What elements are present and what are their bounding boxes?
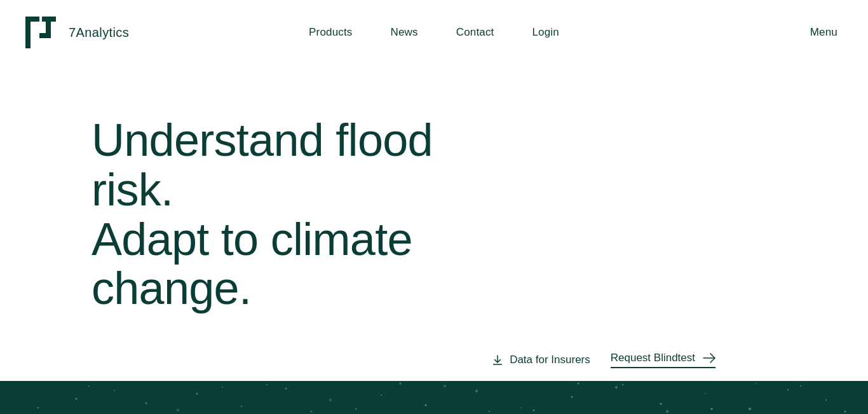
svg-point-41: [844, 411, 846, 413]
brand-name: 7Analytics: [69, 25, 129, 40]
svg-point-12: [329, 399, 332, 401]
svg-point-31: [622, 384, 623, 385]
bottom-bar: [0, 381, 868, 414]
hero-headline: Understand flood risk. Adapt to climate …: [92, 116, 485, 314]
arrow-right-icon: [703, 353, 715, 363]
svg-point-32: [710, 408, 713, 410]
data-for-insurers-link[interactable]: Data for Insurers: [492, 354, 590, 366]
svg-point-14: [425, 404, 427, 406]
svg-point-9: [196, 393, 198, 395]
svg-point-11: [285, 388, 287, 390]
svg-point-24: [37, 407, 39, 409]
svg-point-18: [615, 386, 618, 389]
svg-point-20: [705, 393, 706, 394]
svg-point-10: [241, 406, 242, 407]
svg-point-7: [114, 390, 115, 391]
svg-point-34: [222, 387, 223, 388]
svg-rect-0: [42, 17, 56, 22]
svg-point-8: [145, 402, 147, 404]
svg-point-13: [381, 394, 382, 396]
svg-point-39: [666, 410, 668, 413]
svg-rect-2: [25, 17, 31, 48]
svg-point-29: [444, 385, 446, 387]
svg-point-28: [355, 408, 357, 410]
svg-point-35: [311, 411, 313, 413]
svg-point-33: [800, 385, 802, 387]
svg-point-19: [660, 403, 662, 405]
svg-point-23: [825, 399, 827, 401]
svg-point-30: [533, 410, 535, 411]
svg-point-6: [76, 398, 78, 400]
svg-point-27: [266, 384, 268, 385]
svg-point-22: [787, 389, 789, 391]
nav-news[interactable]: News: [391, 26, 418, 39]
svg-point-25: [88, 385, 90, 387]
main-nav: Products News Contact Login: [309, 26, 559, 39]
menu-button[interactable]: Menu: [810, 26, 837, 39]
request-blindtest-link[interactable]: Request Blindtest: [611, 352, 715, 368]
svg-point-38: [578, 383, 580, 385]
svg-point-40: [756, 383, 757, 384]
svg-point-15: [475, 390, 478, 392]
svg-point-17: [571, 396, 573, 398]
svg-rect-4: [39, 33, 51, 38]
svg-point-16: [520, 407, 522, 408]
request-blindtest-label: Request Blindtest: [611, 352, 695, 364]
nav-login[interactable]: Login: [532, 26, 559, 39]
svg-point-26: [177, 409, 179, 411]
bottom-bar-decoration: [0, 381, 868, 414]
data-for-insurers-label: Data for Insurers: [510, 354, 590, 366]
download-icon: [492, 354, 503, 366]
nav-contact[interactable]: Contact: [456, 26, 494, 39]
logo-icon: [23, 14, 60, 51]
nav-products[interactable]: Products: [309, 26, 352, 39]
hero-section: Understand flood risk. Adapt to climate …: [0, 65, 868, 314]
cta-area: Data for Insurers Request Blindtest: [0, 352, 868, 368]
svg-point-36: [399, 382, 402, 385]
svg-point-37: [489, 411, 490, 412]
logo-link[interactable]: 7Analytics: [23, 14, 129, 51]
svg-point-21: [749, 408, 751, 410]
